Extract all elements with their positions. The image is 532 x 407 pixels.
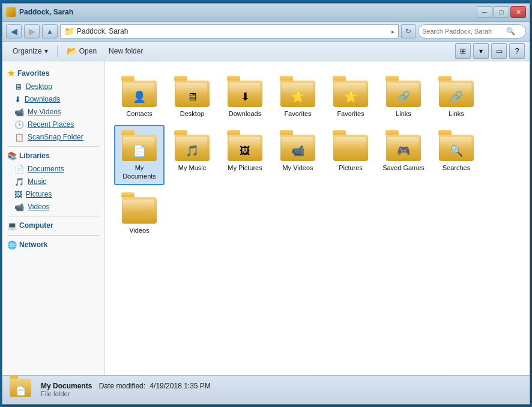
- up-button[interactable]: ▲: [42, 24, 58, 38]
- minimize-button[interactable]: ─: [477, 6, 492, 18]
- status-date-value: 4/19/2018 1:35 PM: [150, 382, 210, 390]
- file-item-saved-games-12[interactable]: 🎮Saved Games: [378, 125, 429, 186]
- computer-section: 💻 Computer: [2, 219, 104, 233]
- file-item-downloads-2[interactable]: ⬇Downloads: [220, 71, 270, 123]
- sidebar-item-videos-label: Videos: [28, 203, 49, 211]
- file-item-my-pictures-9[interactable]: 🖼My Pictures: [220, 125, 270, 186]
- file-item-favorites-4[interactable]: ⭐Favorites: [325, 71, 376, 123]
- toolbar-right: ⊞ ▾ ▭ ?: [455, 43, 525, 59]
- folder-tab: [333, 76, 346, 81]
- file-item-favorites-3[interactable]: ⭐Favorites: [273, 71, 323, 123]
- myvideos-icon: 📹: [14, 108, 24, 117]
- file-item-desktop-1[interactable]: 🖥Desktop: [167, 71, 217, 123]
- title-bar: Paddock, Sarah ─ □ ✕: [2, 4, 530, 22]
- sidebar-item-music-label: Music: [28, 177, 46, 186]
- address-bar: ◀ ▶ ▲ 📁 Paddock, Sarah ▸ ↻ 🔍: [2, 22, 530, 42]
- favorites-header[interactable]: ★ Favorites: [2, 66, 104, 81]
- sidebar-item-downloads[interactable]: ⬇ Downloads: [2, 93, 104, 106]
- network-section: 🌐 Network: [2, 238, 104, 252]
- help-button[interactable]: ?: [509, 43, 525, 59]
- file-name-label: Searches: [443, 164, 470, 172]
- file-name-label: Favorites: [337, 109, 364, 118]
- file-item-my-documents-7[interactable]: 📄My Documents: [114, 125, 165, 186]
- network-label: Network: [19, 240, 47, 249]
- sidebar-item-recentplaces-label: Recent Places: [28, 120, 74, 129]
- refresh-button[interactable]: ↻: [401, 24, 416, 38]
- file-area: 👤Contacts🖥Desktop⬇Downloads⭐Favorites⭐Fa…: [104, 61, 530, 375]
- organize-button[interactable]: Organize ▾: [7, 43, 53, 59]
- search-input[interactable]: [422, 28, 506, 35]
- computer-header[interactable]: 💻 Computer: [2, 219, 104, 233]
- toolbar: Organize ▾ 📂 Open New folder ⊞ ▾ ▭ ?: [2, 42, 530, 61]
- sidebar-item-scansnap-label: ScanSnap Folder: [28, 133, 83, 141]
- file-name-label: Links: [396, 109, 411, 118]
- sidebar-item-videos[interactable]: 📹 Videos: [2, 201, 104, 213]
- forward-button[interactable]: ▶: [24, 24, 40, 38]
- favorites-label: Favorites: [17, 69, 49, 78]
- open-button[interactable]: 📂 Open: [61, 43, 102, 59]
- file-item-my-videos-10[interactable]: 📹My Videos: [273, 125, 323, 186]
- sidebar-item-documents[interactable]: 📄 Documents: [2, 163, 104, 176]
- sidebar-item-music[interactable]: 🎵 Music: [2, 176, 104, 188]
- folder-tab: [227, 76, 240, 81]
- folder-tab: [121, 76, 135, 81]
- desktop-icon: 🖥: [14, 82, 22, 91]
- file-item-searches-13[interactable]: 🔍Searches: [431, 125, 482, 186]
- folder-tab: [438, 130, 452, 135]
- favorites-section: ★ Favorites 🖥 Desktop ⬇ Downloads 📹 My V…: [2, 66, 104, 144]
- file-name-label: Links: [449, 109, 464, 118]
- maximize-button[interactable]: □: [494, 6, 509, 18]
- folder-tab: [121, 192, 135, 197]
- sidebar-divider-3: [7, 235, 99, 236]
- file-name-label: Desktop: [180, 109, 204, 118]
- toolbar-separator-1: [57, 45, 58, 57]
- folder-overlay-icon: 🖼: [240, 145, 250, 158]
- explorer-window: Paddock, Sarah ─ □ ✕ ◀ ▶ ▲ 📁 Paddock, Sa…: [2, 3, 530, 405]
- title-bar-buttons: ─ □ ✕: [477, 6, 526, 18]
- address-input[interactable]: 📁 Paddock, Sarah ▸: [60, 24, 399, 38]
- preview-pane-button[interactable]: ▭: [491, 43, 507, 59]
- file-name-label: My Videos: [282, 164, 313, 172]
- file-item-contacts-0[interactable]: 👤Contacts: [114, 71, 165, 123]
- sidebar-item-myvideos[interactable]: 📹 My Videos: [2, 106, 104, 118]
- sidebar: ★ Favorites 🖥 Desktop ⬇ Downloads 📹 My V…: [2, 61, 104, 375]
- file-item-my-music-8[interactable]: 🎵My Music: [167, 125, 217, 186]
- back-button[interactable]: ◀: [6, 24, 22, 38]
- close-button[interactable]: ✕: [510, 6, 526, 18]
- computer-label: Computer: [19, 221, 53, 230]
- file-item-videos-14[interactable]: Videos: [114, 188, 165, 239]
- address-folder-icon: 📁: [64, 26, 74, 36]
- sidebar-item-pictures[interactable]: 🖼 Pictures: [2, 188, 104, 201]
- libraries-header[interactable]: 📚 Libraries: [2, 149, 104, 163]
- folder-icon-wrapper: 🔍: [438, 130, 474, 161]
- folder-tab: [280, 76, 293, 81]
- folder-icon-wrapper: 👤: [121, 76, 157, 107]
- folder-tab: [385, 76, 399, 81]
- sidebar-item-recentplaces[interactable]: 🕒 Recent Places: [2, 118, 104, 131]
- new-folder-button[interactable]: New folder: [103, 43, 148, 59]
- status-folder-overlay: 📄: [16, 386, 26, 396]
- folder-overlay-icon: 🔍: [450, 144, 463, 158]
- folder-icon-wrapper: 🎮: [385, 130, 422, 161]
- sidebar-item-desktop[interactable]: 🖥 Desktop: [2, 81, 104, 93]
- window-title: Paddock, Sarah: [19, 8, 73, 16]
- folder-icon-wrapper: ⭐: [333, 76, 369, 107]
- folder-icon-wrapper: 🖼: [227, 130, 263, 161]
- open-label: Open: [79, 47, 97, 55]
- status-info: My Documents Date modified: 4/19/2018 1:…: [41, 382, 522, 397]
- libraries-section: 📚 Libraries 📄 Documents 🎵 Music 🖼 Pictur…: [2, 149, 104, 213]
- sidebar-divider-2: [7, 216, 99, 216]
- sidebar-item-scansnap[interactable]: 📋 ScanSnap Folder: [2, 131, 104, 144]
- folder-icon-wrapper: ⭐: [280, 76, 316, 107]
- file-name-label: My Pictures: [228, 164, 262, 172]
- recentplaces-icon: 🕒: [14, 120, 24, 129]
- folder-shine: [334, 137, 366, 149]
- network-header[interactable]: 🌐 Network: [2, 238, 104, 252]
- sidebar-item-desktop-label: Desktop: [26, 82, 52, 91]
- view-dropdown-button[interactable]: ▾: [473, 43, 489, 59]
- view-options-button[interactable]: ⊞: [455, 43, 471, 59]
- file-item-pictures-11[interactable]: Pictures: [325, 125, 376, 186]
- file-name-label: Videos: [129, 226, 149, 234]
- file-item-links-6[interactable]: 🔗Links: [431, 71, 482, 123]
- file-item-links-5[interactable]: 🔗Links: [378, 71, 429, 123]
